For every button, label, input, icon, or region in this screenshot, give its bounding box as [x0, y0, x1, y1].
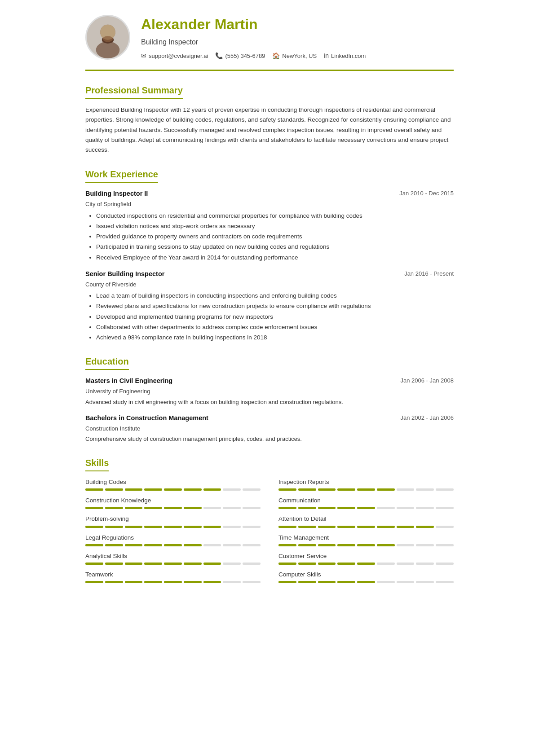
- contact-phone: 📞 (555) 345-6789: [215, 51, 265, 61]
- work-experience-title: Work Experience: [85, 167, 158, 183]
- skill-segment: [377, 488, 395, 491]
- skill-segment: [105, 544, 123, 546]
- skill-item: Building Codes: [85, 478, 261, 491]
- skill-segment: [203, 526, 221, 528]
- edu-school: Construction Institute: [85, 424, 454, 433]
- skill-segment: [357, 563, 375, 565]
- skill-name: Communication: [278, 496, 454, 505]
- skill-segment: [357, 544, 375, 546]
- skill-name: Attention to Detail: [278, 514, 454, 523]
- skill-segment: [318, 563, 336, 565]
- job-entry: Building Inspector II Jan 2010 - Dec 201…: [85, 189, 454, 262]
- skill-bar: [85, 507, 261, 509]
- resume-header: Alexander Martin Building Inspector ✉ su…: [85, 13, 454, 71]
- skill-segment: [243, 581, 261, 583]
- skill-segment: [243, 488, 261, 491]
- education-title: Education: [85, 355, 129, 370]
- edu-header: Masters in Civil Engineering Jan 2006 - …: [85, 376, 454, 386]
- skill-segment: [436, 581, 454, 583]
- skill-segment: [243, 507, 261, 509]
- job-bullet: Issued violation notices and stop-work o…: [96, 222, 454, 231]
- job-bullet: Achieved a 98% compliance rate in buildi…: [96, 333, 454, 342]
- skill-item: Time Management: [278, 533, 454, 546]
- skill-segment: [85, 581, 103, 583]
- skill-segment: [223, 563, 241, 565]
- location-icon: 🏠: [272, 51, 280, 61]
- skill-segment: [377, 507, 395, 509]
- skill-segment: [397, 488, 415, 491]
- skill-segment: [164, 544, 182, 546]
- skill-segment: [337, 581, 355, 583]
- skill-segment: [144, 507, 162, 509]
- skill-segment: [105, 581, 123, 583]
- skill-segment: [436, 507, 454, 509]
- skill-segment: [416, 526, 434, 528]
- education-entry: Bachelors in Construction Management Jan…: [85, 413, 454, 444]
- job-entry: Senior Building Inspector Jan 2016 - Pre…: [85, 269, 454, 343]
- skill-segment: [416, 581, 434, 583]
- skill-item: Computer Skills: [278, 570, 454, 583]
- skill-bar: [85, 526, 261, 528]
- job-bullets-list: Lead a team of building inspectors in co…: [85, 291, 454, 342]
- skill-segment: [243, 563, 261, 565]
- skill-segment: [318, 526, 336, 528]
- skill-segment: [278, 544, 296, 546]
- skill-segment: [164, 581, 182, 583]
- skill-bar: [278, 563, 454, 565]
- contact-row: ✉ support@cvdesigner.ai 📞 (555) 345-6789…: [141, 51, 366, 61]
- edu-header: Bachelors in Construction Management Jan…: [85, 413, 454, 423]
- skill-segment: [223, 526, 241, 528]
- skill-segment: [203, 563, 221, 565]
- skill-segment: [318, 488, 336, 491]
- skill-segment: [164, 507, 182, 509]
- skill-segment: [397, 507, 415, 509]
- skill-segment: [357, 526, 375, 528]
- skill-segment: [357, 488, 375, 491]
- skill-bar: [85, 544, 261, 546]
- skill-segment: [377, 526, 395, 528]
- job-bullets-list: Conducted inspections on residential and…: [85, 211, 454, 262]
- skill-name: Construction Knowledge: [85, 496, 261, 505]
- job-date: Jan 2016 - Present: [404, 269, 454, 278]
- professional-summary-section: Professional Summary Experienced Buildin…: [85, 84, 454, 155]
- skill-segment: [85, 507, 103, 509]
- avatar: [85, 15, 130, 60]
- professional-summary-title: Professional Summary: [85, 84, 183, 99]
- skill-bar: [278, 488, 454, 491]
- skill-segment: [278, 488, 296, 491]
- skill-name: Building Codes: [85, 478, 261, 487]
- skill-segment: [243, 544, 261, 546]
- contact-linkedin: in LinkedIn.com: [324, 51, 366, 61]
- skill-segment: [144, 488, 162, 491]
- skill-segment: [223, 544, 241, 546]
- skill-bar: [278, 544, 454, 546]
- skill-segment: [377, 544, 395, 546]
- skill-bar: [85, 581, 261, 583]
- skill-name: Legal Regulations: [85, 533, 261, 542]
- phone-icon: 📞: [215, 51, 223, 61]
- skill-segment: [125, 526, 143, 528]
- skill-name: Time Management: [278, 533, 454, 542]
- professional-summary-text: Experienced Building Inspector with 12 y…: [85, 105, 454, 155]
- skill-segment: [337, 544, 355, 546]
- skill-segment: [164, 563, 182, 565]
- skill-segment: [298, 581, 316, 583]
- edu-desc: Advanced study in civil engineering with…: [85, 398, 454, 407]
- job-bullet: Provided guidance to property owners and…: [96, 232, 454, 241]
- skill-name: Customer Service: [278, 552, 454, 561]
- skill-segment: [416, 563, 434, 565]
- skill-segment: [85, 563, 103, 565]
- job-header: Senior Building Inspector Jan 2016 - Pre…: [85, 269, 454, 279]
- skill-segment: [416, 488, 434, 491]
- skill-segment: [397, 563, 415, 565]
- job-bullet: Conducted inspections on residential and…: [96, 211, 454, 220]
- skill-segment: [436, 488, 454, 491]
- skill-segment: [416, 507, 434, 509]
- skill-segment: [298, 507, 316, 509]
- skill-segment: [298, 544, 316, 546]
- skill-bar: [85, 563, 261, 565]
- skill-name: Computer Skills: [278, 570, 454, 579]
- job-bullet: Received Employee of the Year award in 2…: [96, 253, 454, 262]
- skill-item: Problem-solving: [85, 514, 261, 527]
- skill-name: Analytical Skills: [85, 552, 261, 561]
